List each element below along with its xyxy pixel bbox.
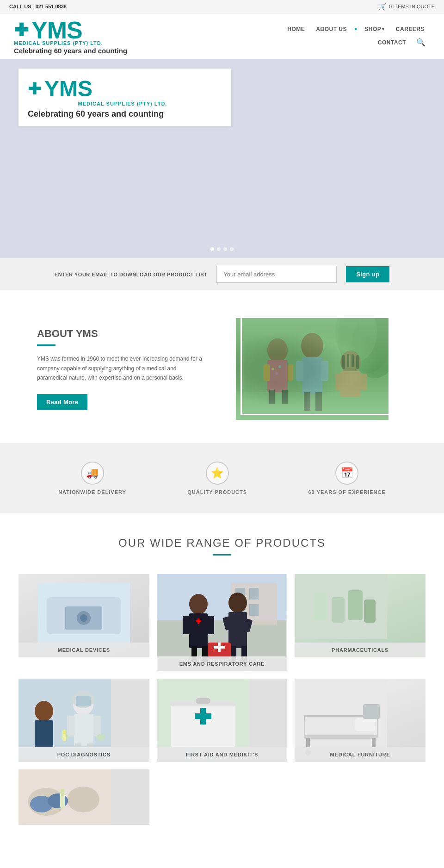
nav-careers[interactable]: CAREERS [390, 23, 430, 35]
product-devices-label: MEDICAL DEVICES [18, 643, 149, 657]
product-first-aid[interactable]: FIRST AID AND MEDIKIT'S [157, 679, 288, 762]
product-ems-label: EMS AND RESPIRATORY CARE [157, 656, 288, 671]
cart-area[interactable]: 🛒 0 ITEMS IN QUOTE [378, 3, 435, 10]
logo-area[interactable]: ✚ YMS MEDICAL SUPPLIES (PTY) LTD. Celebr… [14, 18, 127, 55]
svg-rect-61 [348, 590, 363, 620]
svg-point-12 [278, 365, 281, 368]
svg-rect-45 [183, 616, 190, 634]
cart-label: 0 ITEMS IN QUOTE [389, 4, 435, 9]
feature-experience: 📅 60 YEARS OF EXPERIENCE [308, 462, 385, 495]
feature-delivery: 🚚 NATIONWIDE DELIVERY [58, 462, 126, 495]
hero-logo-box: ✚ YMS MEDICAL SUPPLIES (PTY) LTD. Celebr… [18, 69, 231, 126]
hero-section: ✚ YMS MEDICAL SUPPLIES (PTY) LTD. Celebr… [0, 59, 444, 258]
svg-point-20 [340, 350, 361, 374]
hero-logo-title: ✚ YMS [28, 78, 217, 100]
svg-point-41 [189, 594, 208, 614]
svg-rect-17 [315, 392, 322, 411]
svg-rect-8 [282, 390, 288, 404]
product-poc-label: POC DIAGNOSTICS [18, 747, 149, 762]
cart-icon: 🛒 [378, 3, 386, 10]
pharma-svg [295, 574, 387, 639]
nav-row-bottom: CONTACT 🔍 [372, 35, 430, 50]
product-pharmaceuticals[interactable]: PHARMACEUTICALS [295, 574, 426, 657]
products-underline [213, 554, 231, 556]
feature-experience-label: 60 YEARS OF EXPERIENCE [308, 489, 385, 495]
about-photo-svg [236, 318, 388, 420]
about-image-wrap [236, 318, 407, 420]
logo-yms-text: YMS [31, 18, 82, 42]
slider-dot-4[interactable] [230, 247, 234, 251]
about-underline [37, 344, 56, 346]
svg-rect-24 [347, 354, 349, 367]
nav-dot: • [352, 25, 359, 34]
about-body: YMS was formed in 1960 to meet the ever-… [37, 354, 208, 382]
hero-yms-text: YMS [44, 78, 92, 100]
logo-star-icon: ✚ [14, 21, 29, 39]
svg-rect-0 [236, 318, 388, 420]
svg-point-2 [352, 318, 388, 378]
products-row-1: MEDICAL DEVICES [18, 574, 426, 671]
products-row-3 [18, 769, 426, 825]
svg-rect-25 [352, 354, 354, 367]
svg-rect-97 [363, 704, 380, 719]
svg-point-14 [301, 333, 323, 359]
hero-star-icon: ✚ [28, 79, 42, 99]
slider-dot-3[interactable] [223, 247, 227, 251]
svg-rect-77 [63, 731, 66, 734]
search-icon[interactable]: 🔍 [412, 35, 430, 50]
about-text: ABOUT YMS YMS was formed in 1960 to meet… [37, 328, 208, 410]
product-more[interactable] [18, 769, 149, 825]
nav-about[interactable]: ABOUT US [310, 23, 352, 35]
svg-point-74 [35, 701, 53, 721]
empty-col-2 [295, 769, 426, 825]
star-icon: ⭐ [206, 462, 229, 485]
call-us-label: CALL US [9, 4, 31, 9]
header: ✚ YMS MEDICAL SUPPLIES (PTY) LTD. Celebr… [0, 13, 444, 59]
svg-point-5 [267, 338, 288, 362]
svg-rect-60 [332, 597, 345, 623]
svg-rect-27 [361, 374, 367, 390]
product-first-aid-label: FIRST AID AND MEDIKIT'S [157, 747, 288, 762]
svg-point-49 [228, 593, 247, 613]
svg-rect-104 [61, 789, 64, 796]
more-products-image [18, 769, 149, 825]
product-medical-devices[interactable]: MEDICAL DEVICES [18, 574, 149, 657]
svg-rect-73 [76, 696, 91, 706]
logo-name: ✚ YMS [14, 18, 82, 42]
nav-shop[interactable]: SHOP ▾ [359, 23, 390, 35]
feature-quality: ⭐ QUALITY PRODUCTS [187, 462, 247, 495]
svg-rect-57 [218, 643, 221, 652]
product-poc[interactable]: POC DIAGNOSTICS [18, 679, 149, 762]
feature-quality-label: QUALITY PRODUCTS [187, 489, 247, 495]
svg-point-100 [67, 787, 99, 812]
read-more-button[interactable]: Read More [37, 394, 87, 410]
slider-dot-1[interactable] [210, 247, 214, 251]
slider-dot-2[interactable] [217, 247, 221, 251]
product-pharma-label: PHARMACEUTICALS [295, 643, 426, 657]
shop-chevron-icon: ▾ [382, 27, 385, 31]
product-furniture[interactable]: MEDICAL FURNITURE [295, 679, 426, 762]
svg-rect-21 [340, 371, 361, 397]
signup-button[interactable]: Sign up [346, 266, 389, 282]
nav-contact[interactable]: CONTACT [372, 37, 412, 49]
empty-col-1 [157, 769, 288, 825]
top-bar: CALL US 021 551 0838 🛒 0 ITEMS IN QUOTE [0, 0, 444, 13]
svg-rect-46 [207, 616, 214, 634]
product-ems[interactable]: EMS AND RESPIRATORY CARE [157, 574, 288, 671]
svg-rect-48 [197, 618, 199, 624]
svg-point-1 [338, 318, 388, 374]
nav-home[interactable]: HOME [282, 23, 310, 35]
svg-rect-59 [313, 593, 327, 620]
svg-rect-26 [335, 374, 343, 390]
svg-rect-40 [249, 604, 259, 616]
svg-rect-66 [74, 714, 93, 746]
svg-rect-38 [249, 588, 259, 599]
svg-point-11 [271, 368, 274, 370]
svg-point-32 [80, 614, 87, 622]
nav-column: HOME ABOUT US • SHOP ▾ CAREERS CONTACT 🔍 [282, 23, 430, 50]
email-input[interactable] [216, 266, 337, 283]
truck-icon: 🚚 [81, 462, 104, 485]
features-strip: 🚚 NATIONWIDE DELIVERY ⭐ QUALITY PRODUCTS… [0, 443, 444, 513]
svg-point-102 [48, 793, 68, 808]
logo-tagline: Celebrating 60 years and counting [14, 47, 127, 55]
